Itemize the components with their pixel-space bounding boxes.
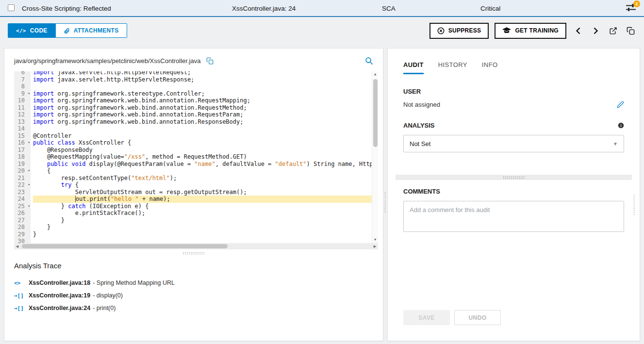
code-line[interactable]: import org.springframework.web.bind.anno… bbox=[33, 118, 372, 126]
audit-panel-collapse-handle[interactable] bbox=[633, 194, 635, 215]
code-line[interactable]: } bbox=[33, 217, 372, 224]
code-line[interactable]: } bbox=[33, 224, 372, 231]
line-number[interactable]: 20▾ bbox=[14, 167, 31, 175]
comment-input[interactable] bbox=[403, 201, 624, 232]
line-number[interactable]: 24 bbox=[14, 196, 31, 203]
code-mapping-icon: <> bbox=[14, 280, 29, 286]
edit-user-pencil-icon[interactable] bbox=[617, 101, 624, 108]
line-number[interactable]: 21 bbox=[14, 175, 31, 182]
code-trace-splitter[interactable] bbox=[4, 249, 383, 257]
fold-toggle-icon[interactable]: ▾ bbox=[28, 90, 30, 98]
audit-comments-splitter[interactable] bbox=[396, 175, 632, 180]
code-line[interactable]: import org.springframework.web.bind.anno… bbox=[33, 104, 372, 112]
trace-item[interactable]: <>XssController.java:18- Spring Method M… bbox=[14, 279, 373, 286]
audit-tab-history[interactable]: HISTORY bbox=[438, 61, 467, 74]
code-line[interactable]: import org.springframework.web.bind.anno… bbox=[33, 97, 372, 104]
line-number[interactable]: 15 bbox=[14, 132, 31, 140]
trace-item[interactable]: →[]XssController.java:24- print(0) bbox=[14, 305, 373, 311]
code-line[interactable]: try { bbox=[33, 181, 372, 189]
previous-issue-button[interactable] bbox=[572, 25, 584, 36]
line-number[interactable]: 8 bbox=[14, 83, 31, 90]
line-number[interactable]: 6 bbox=[14, 71, 31, 76]
line-number[interactable]: 29 bbox=[14, 231, 31, 238]
line-number[interactable]: 18 bbox=[14, 153, 31, 161]
code-line[interactable]: @ResponseBody bbox=[33, 147, 372, 154]
fold-toggle-icon[interactable]: ▾ bbox=[28, 167, 30, 175]
issue-header: Cross-Site Scripting: Reflected XssContr… bbox=[0, 0, 644, 17]
line-number[interactable]: 16▾ bbox=[14, 139, 31, 147]
code-line[interactable]: import javax.servlet.http.HttpServletRes… bbox=[33, 76, 372, 83]
tab-attachments[interactable]: ATTACHMENTS bbox=[56, 23, 127, 38]
line-number[interactable]: 19 bbox=[14, 161, 31, 168]
vertical-scroll-thumb[interactable] bbox=[373, 79, 378, 147]
code-line[interactable]: import org.springframework.stereotype.Co… bbox=[33, 90, 372, 98]
line-number[interactable]: 10 bbox=[14, 97, 31, 104]
main-content: java/org/springframework/samples/petclin… bbox=[0, 44, 644, 344]
horizontal-scrollbar[interactable]: ◀ ▶ bbox=[14, 243, 378, 249]
code-line[interactable]: import javax.servlet.http.HttpServletReq… bbox=[33, 71, 372, 76]
fold-toggle-icon[interactable]: ▾ bbox=[28, 139, 30, 147]
analysis-trace-title: Analysis Trace bbox=[14, 262, 373, 270]
line-number[interactable]: 11 bbox=[14, 104, 31, 112]
code-line[interactable]: ServletOutputStream out = resp.getOutput… bbox=[33, 189, 372, 196]
code-line[interactable]: } catch (IOException e) { bbox=[33, 203, 372, 210]
trace-item[interactable]: →[]XssController.java:19- display(0) bbox=[14, 292, 373, 299]
line-number[interactable]: 26 bbox=[14, 210, 31, 217]
code-line[interactable]: e.printStackTrace(); bbox=[33, 210, 372, 217]
code-line[interactable]: resp.setContentType("text/html"); bbox=[33, 175, 372, 182]
tab-code-label: CODE bbox=[30, 27, 48, 34]
line-number[interactable]: 27 bbox=[14, 217, 31, 224]
code-line[interactable] bbox=[33, 238, 372, 243]
panel-splitter[interactable] bbox=[383, 48, 387, 341]
next-issue-button[interactable] bbox=[590, 25, 601, 36]
code-line[interactable]: } bbox=[33, 231, 372, 238]
suppress-button[interactable]: SUPPRESS bbox=[429, 23, 489, 39]
get-training-button[interactable]: GET TRAINING bbox=[495, 23, 566, 39]
line-number[interactable]: 17 bbox=[14, 147, 31, 154]
info-icon[interactable] bbox=[618, 122, 624, 129]
horizontal-scroll-thumb[interactable] bbox=[22, 244, 228, 248]
code-line[interactable] bbox=[33, 125, 372, 132]
scroll-right-icon[interactable]: ▶ bbox=[372, 243, 378, 249]
tab-code[interactable]: </> CODE bbox=[8, 23, 56, 38]
audit-tab-audit[interactable]: AUDIT bbox=[403, 61, 424, 74]
copy-issue-icon[interactable] bbox=[625, 25, 636, 36]
code-editor[interactable]: 6789▾10111213141516▾17181920▾2122▾232425… bbox=[14, 71, 378, 243]
filters-button[interactable]: 2 bbox=[626, 3, 636, 12]
trace-list: <>XssController.java:18- Spring Method M… bbox=[14, 279, 373, 311]
open-in-new-window-icon[interactable] bbox=[607, 25, 619, 36]
line-number[interactable]: 28 bbox=[14, 224, 31, 231]
line-number[interactable]: 30 bbox=[14, 238, 31, 243]
line-number[interactable]: 23 bbox=[14, 189, 31, 196]
code-line[interactable]: @RequestMapping(value="/xss", method = R… bbox=[33, 153, 372, 161]
code-line[interactable] bbox=[33, 83, 372, 90]
line-number[interactable]: 13 bbox=[14, 118, 31, 126]
code-line[interactable]: public class XssController { bbox=[33, 139, 372, 147]
code-line[interactable]: @Controller bbox=[33, 132, 372, 140]
issue-checkbox[interactable] bbox=[8, 4, 15, 11]
analysis-select[interactable]: Not Set ▼ bbox=[403, 135, 624, 152]
copy-path-icon[interactable] bbox=[206, 57, 214, 65]
highlighted-code-line[interactable]: out.print("hello " + name); bbox=[33, 196, 372, 203]
line-number[interactable]: 7 bbox=[14, 76, 31, 83]
line-number[interactable]: 9▾ bbox=[14, 90, 31, 98]
code-line[interactable]: import org.springframework.web.bind.anno… bbox=[33, 111, 372, 118]
fold-toggle-icon[interactable]: ▾ bbox=[28, 181, 30, 189]
code-line[interactable]: public void display(@RequestParam(value … bbox=[33, 161, 372, 168]
search-icon[interactable] bbox=[365, 57, 373, 65]
scroll-left-icon[interactable]: ◀ bbox=[14, 243, 20, 249]
save-button[interactable]: SAVE bbox=[403, 310, 450, 325]
line-number[interactable]: 25▾ bbox=[14, 203, 31, 210]
line-number[interactable]: 22▾ bbox=[14, 181, 31, 189]
line-number[interactable]: 14 bbox=[14, 125, 31, 132]
code-line[interactable]: { bbox=[33, 167, 372, 175]
issue-title: Cross-Site Scripting: Reflected bbox=[22, 4, 111, 12]
line-number[interactable]: 12 bbox=[14, 111, 31, 118]
scroll-up-icon[interactable]: ▲ bbox=[372, 71, 378, 78]
scroll-down-icon[interactable]: ▼ bbox=[372, 237, 378, 243]
vertical-scrollbar[interactable]: ▲ ▼ bbox=[372, 71, 378, 243]
audit-tab-info[interactable]: INFO bbox=[482, 61, 498, 74]
code-icon: </> bbox=[16, 28, 26, 34]
undo-button[interactable]: UNDO bbox=[454, 310, 501, 325]
fold-toggle-icon[interactable]: ▾ bbox=[28, 203, 30, 210]
